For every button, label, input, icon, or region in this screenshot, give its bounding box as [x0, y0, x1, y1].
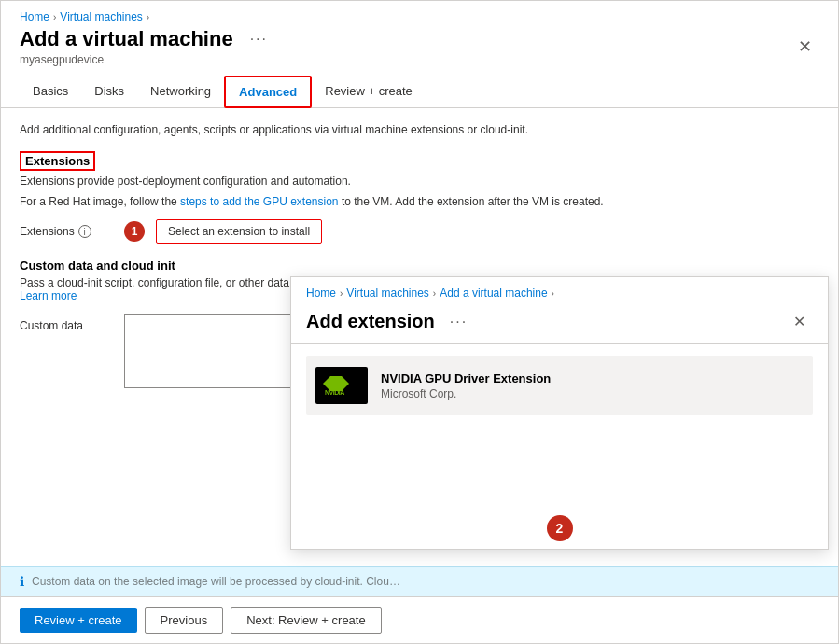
more-options-button[interactable]: ··· — [243, 27, 275, 51]
overlay-header: Add extension ··· ✕ — [291, 303, 828, 344]
extensions-info-icon[interactable]: i — [78, 225, 91, 238]
overlay-chevron-3: › — [552, 288, 554, 299]
extension-name: NVIDIA GPU Driver Extension — [381, 371, 551, 385]
tab-bar: Basics Disks Networking Advanced Review … — [1, 76, 838, 108]
review-create-button[interactable]: Review + create — [20, 608, 137, 633]
extension-list-item[interactable]: NVIDIA NVIDIA GPU Driver Extension Micro… — [306, 356, 813, 415]
next-button[interactable]: Next: Review + create — [231, 607, 382, 634]
overlay-close-button[interactable]: ✕ — [786, 309, 813, 334]
extensions-desc: Extensions provide post-deployment confi… — [20, 175, 819, 188]
tab-review-create[interactable]: Review + create — [312, 76, 426, 107]
tab-basics[interactable]: Basics — [20, 76, 81, 107]
overlay-title: Add extension — [306, 311, 435, 332]
extension-vendor: Microsoft Corp. — [381, 387, 551, 400]
info-icon: ℹ — [20, 574, 24, 589]
overlay-breadcrumb: Home › Virtual machines › Add a virtual … — [291, 277, 828, 303]
extensions-field-label: Extensions i — [20, 225, 113, 238]
extensions-section: Extensions Extensions provide post-deplo… — [20, 151, 819, 208]
chevron-icon: › — [53, 12, 56, 22]
header-left: Add a virtual machine ··· myasegpudevice — [20, 27, 275, 66]
overlay-breadcrumb-home[interactable]: Home — [306, 287, 336, 300]
overlay-content: NVIDIA NVIDIA GPU Driver Extension Micro… — [291, 344, 828, 508]
info-bar-text: Custom data on the selected image will b… — [32, 575, 405, 588]
extensions-gpu-note: For a Red Hat image, follow the steps to… — [20, 195, 819, 208]
select-extension-button[interactable]: Select an extension to install — [156, 219, 322, 244]
gpu-extension-link[interactable]: steps to add the GPU extension — [180, 195, 338, 208]
tab-advanced[interactable]: Advanced — [224, 76, 312, 108]
tab-description: Add additional configuration, agents, sc… — [20, 123, 819, 136]
breadcrumb-virtual-machines[interactable]: Virtual machines — [60, 10, 143, 23]
footer: Review + create Previous Next: Review + … — [1, 596, 838, 643]
overlay-bottom: 2 — [291, 508, 828, 549]
svg-text:NVIDIA: NVIDIA — [325, 389, 344, 396]
nvidia-logo: NVIDIA — [315, 367, 368, 404]
overlay-chevron-2: › — [433, 288, 436, 299]
overlay-chevron-1: › — [340, 288, 343, 299]
step-circle-1: 1 — [124, 221, 145, 242]
info-bar: ℹ Custom data on the selected image will… — [1, 566, 838, 596]
page-title-row: Add a virtual machine ··· — [20, 27, 275, 51]
overlay-title-row: Add extension ··· — [306, 310, 475, 334]
main-window: Home › Virtual machines › Add a virtual … — [0, 0, 839, 644]
extensions-section-title: Extensions — [20, 151, 95, 171]
custom-data-title: Custom data and cloud init — [20, 259, 819, 273]
nvidia-logo-icon: NVIDIA — [323, 371, 360, 400]
overlay-breadcrumb-vms[interactable]: Virtual machines — [346, 287, 429, 300]
page-header: Add a virtual machine ··· myasegpudevice… — [1, 27, 838, 76]
tab-networking[interactable]: Networking — [137, 76, 224, 107]
tab-disks[interactable]: Disks — [81, 76, 137, 107]
breadcrumb: Home › Virtual machines › — [1, 1, 838, 27]
main-content: Add additional configuration, agents, sc… — [1, 108, 838, 596]
page-subtitle: myasegpudevice — [20, 53, 275, 66]
close-button[interactable]: ✕ — [790, 33, 819, 61]
learn-more-link[interactable]: Learn more — [20, 289, 77, 302]
overlay-breadcrumb-add-vm[interactable]: Add a virtual machine — [440, 287, 547, 300]
custom-data-input[interactable] — [124, 314, 311, 388]
extensions-field-row: Extensions i 1 Select an extension to in… — [20, 219, 819, 244]
previous-button[interactable]: Previous — [145, 607, 224, 634]
breadcrumb-home[interactable]: Home — [20, 10, 49, 23]
page-title: Add a virtual machine — [20, 27, 233, 51]
step-circle-2: 2 — [547, 515, 573, 541]
chevron-icon-2: › — [147, 12, 149, 22]
extension-info: NVIDIA GPU Driver Extension Microsoft Co… — [381, 371, 551, 400]
overlay-more-options-button[interactable]: ··· — [442, 310, 475, 334]
add-extension-panel: Home › Virtual machines › Add a virtual … — [290, 276, 829, 550]
custom-data-label: Custom data — [20, 314, 113, 332]
